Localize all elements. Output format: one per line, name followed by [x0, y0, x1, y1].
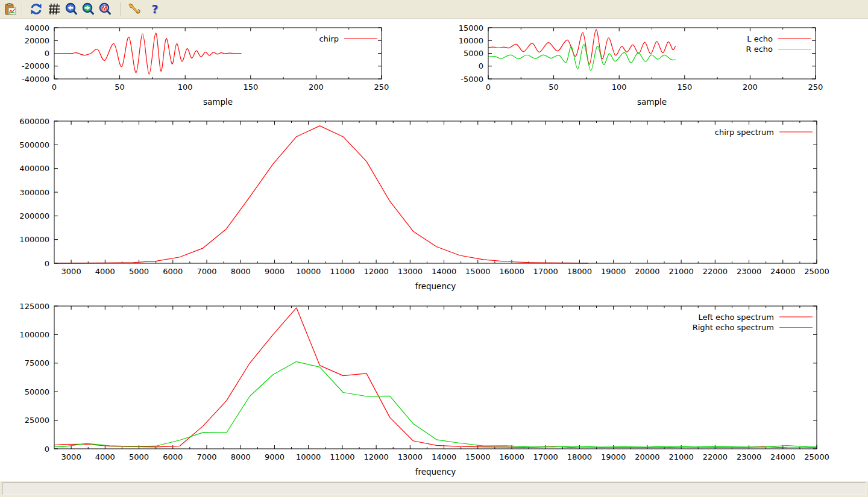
status-bar [2, 483, 866, 495]
plot-area-echo-waveform[interactable] [488, 28, 816, 79]
y-tick-label: 10000 [459, 36, 483, 45]
plot-area-echo-spectrum[interactable] [54, 306, 817, 449]
x-tick-label: 25000 [804, 267, 829, 276]
y-tick-label: 25000 [25, 416, 49, 425]
y-tick-label: 15000 [459, 23, 483, 33]
status-bar-area [0, 481, 868, 497]
y-tick-label: 50000 [25, 387, 49, 396]
x-tick-label: 21000 [668, 452, 693, 461]
y-tick-label: -5000 [461, 75, 483, 84]
y-tick-label: 40000 [25, 23, 49, 33]
x-tick-label: 25000 [804, 452, 829, 461]
x-tick-label: 22000 [703, 452, 728, 461]
x-tick-label: 8000 [231, 452, 251, 461]
x-tick-label: 24000 [770, 452, 795, 461]
x-tick-label: 17000 [533, 452, 558, 461]
x-tick-label: 17000 [533, 267, 558, 276]
x-tick-label: 50 [115, 83, 125, 92]
x-tick-label: 14000 [432, 267, 456, 276]
x-tick-label: 13000 [398, 267, 423, 276]
toggle-grid-icon [48, 2, 61, 16]
x-tick-label: 9000 [265, 452, 285, 461]
y-tick-label: 600000 [19, 117, 49, 126]
x-tick-label: 200 [743, 83, 758, 92]
x-tick-label: 4000 [95, 452, 115, 461]
x-tick-label: 11000 [330, 267, 354, 276]
x-tick-label: 20000 [635, 452, 659, 461]
magnifier-right-arrow-icon [81, 2, 95, 16]
x-tick-label: 6000 [163, 267, 183, 276]
y-tick-label: 100000 [19, 330, 49, 339]
x-axis-label: sample [203, 97, 233, 107]
y-tick-label: 125000 [19, 302, 49, 311]
x-tick-label: 24000 [770, 267, 795, 276]
magnifier-left-arrow-icon [64, 2, 78, 16]
x-tick-label: 3000 [61, 452, 81, 461]
x-axis-label: frequency [415, 281, 456, 291]
y-tick-label: 20000 [25, 36, 49, 45]
x-tick-label: 16000 [499, 267, 524, 276]
x-tick-label: 8000 [231, 267, 251, 276]
y-tick-label: 5000 [464, 49, 483, 58]
x-tick-label: 22000 [703, 267, 728, 276]
x-tick-label: 5000 [129, 452, 149, 461]
x-tick-label: 18000 [567, 452, 592, 461]
magnifier-plot-icon [98, 2, 112, 16]
x-tick-label: 7000 [197, 267, 216, 276]
copy-plot-to-clipboard-icon [4, 2, 17, 16]
y-tick-label: 200000 [19, 211, 49, 220]
help-button[interactable]: ? [147, 1, 163, 17]
zoom-next-button[interactable] [80, 1, 96, 17]
toolbar: ? [0, 0, 868, 19]
x-tick-label: 5000 [129, 267, 149, 276]
x-tick-label: 6000 [163, 452, 183, 461]
x-tick-label: 11000 [330, 452, 354, 461]
x-tick-label: 9000 [265, 267, 285, 276]
toolbar-separator [120, 2, 121, 16]
x-tick-label: 250 [808, 83, 823, 92]
y-tick-label: 500000 [19, 140, 49, 149]
x-tick-label: 19000 [601, 267, 626, 276]
x-tick-label: 200 [309, 83, 324, 92]
x-tick-label: 0 [52, 83, 57, 92]
x-tick-label: 150 [243, 83, 258, 92]
y-tick-label: 0 [45, 259, 49, 268]
x-tick-label: 15000 [465, 267, 490, 276]
plot-canvas: 050100150200250-40000-2000002000040000sa… [0, 19, 868, 481]
zoom-previous-button[interactable] [63, 1, 79, 17]
y-tick-label: 0 [45, 445, 49, 454]
configure-button[interactable] [127, 1, 142, 17]
x-tick-label: 4000 [95, 267, 115, 276]
x-tick-label: 12000 [363, 452, 388, 461]
x-tick-label: 23000 [737, 267, 761, 276]
replot-button[interactable] [28, 1, 44, 17]
x-tick-label: 14000 [432, 452, 456, 461]
wrench-icon [128, 2, 141, 16]
y-tick-label: 300000 [19, 188, 49, 197]
x-tick-label: 21000 [668, 267, 693, 276]
copy-to-clipboard-button[interactable] [2, 1, 18, 17]
x-tick-label: 10000 [296, 267, 321, 276]
x-tick-label: 100 [612, 83, 627, 92]
x-tick-label: 18000 [567, 267, 592, 276]
autoscale-button[interactable] [97, 1, 113, 17]
x-tick-label: 15000 [465, 452, 490, 461]
x-tick-label: 10000 [296, 452, 321, 461]
refresh-icon [30, 2, 43, 16]
x-tick-label: 23000 [737, 452, 761, 461]
x-tick-label: 0 [486, 83, 491, 92]
toolbar-separator [22, 2, 22, 16]
x-tick-label: 250 [374, 83, 389, 92]
question-mark-icon: ? [151, 2, 158, 16]
toggle-grid-button[interactable] [46, 1, 62, 17]
y-tick-label: 0 [45, 49, 49, 58]
x-tick-label: 19000 [601, 452, 626, 461]
x-tick-label: 100 [178, 83, 193, 92]
x-tick-label: 12000 [363, 267, 388, 276]
plot-area-chirp-spectrum[interactable] [54, 121, 817, 263]
y-tick-label: -40000 [22, 75, 49, 84]
y-tick-label: 0 [479, 61, 483, 70]
x-axis-label: sample [637, 97, 667, 107]
y-tick-label: 400000 [19, 164, 49, 173]
plot-area-chirp-waveform[interactable] [54, 28, 382, 79]
